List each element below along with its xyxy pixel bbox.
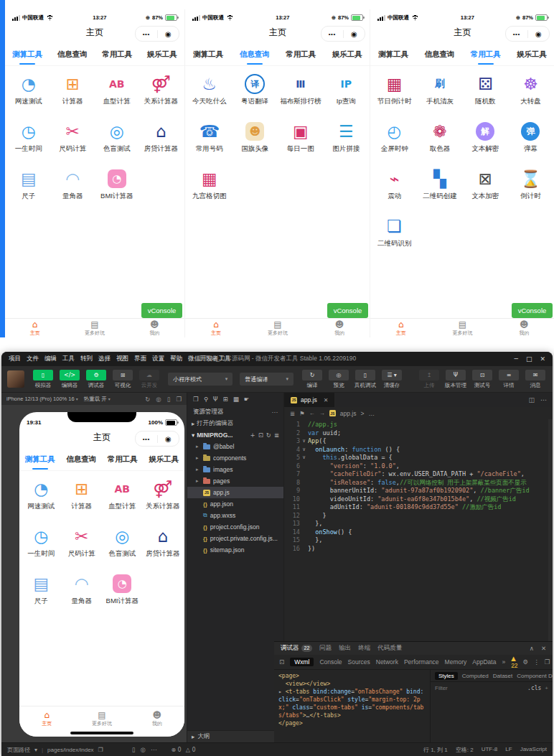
tool-item[interactable]: ❁取色器 — [417, 117, 462, 164]
menu-帮助[interactable]: 帮助 — [170, 355, 182, 363]
warning-count[interactable]: ▲ 22 — [511, 655, 517, 669]
tabbar-profile[interactable]: ☻我的 — [125, 319, 184, 337]
status-item-4[interactable]: JavaScript — [520, 746, 547, 754]
action-真机调试[interactable]: ▯真机调试 — [354, 370, 377, 389]
tool-item[interactable]: ◠量角器 — [51, 164, 95, 212]
menu-视图[interactable]: 视图 — [116, 355, 128, 363]
outline-icon[interactable]: ≣ — [290, 410, 295, 417]
add-icon[interactable]: + — [545, 685, 548, 691]
tool-item[interactable]: ▤尺子 — [21, 569, 62, 617]
tab-2[interactable]: 信息查询 — [61, 448, 103, 470]
tabbar-more-fun[interactable]: ▤更多好玩 — [432, 319, 494, 337]
capsule-menu[interactable]: •••◉ — [321, 26, 365, 42]
tree-item[interactable]: JSapp.js — [187, 487, 283, 498]
status-item-2[interactable]: UTF-8 — [482, 746, 498, 754]
statusbar-icon-0[interactable]: ▯ — [132, 746, 136, 753]
toggle-调试器[interactable]: ⚙调试器 — [85, 370, 108, 389]
statusbar-icon-2[interactable]: ⋯ — [151, 746, 157, 753]
mode-select[interactable]: 小程序模式 ▾ — [168, 373, 233, 386]
project-section[interactable]: ▾ MINIPROG... +⊡↻≣ — [187, 429, 283, 441]
extensions-icon[interactable]: ⊞ — [223, 396, 228, 403]
tab-3[interactable]: 常用工具 — [102, 448, 144, 470]
capsule-target-icon[interactable]: ◉ — [158, 435, 179, 443]
menu-选择[interactable]: 选择 — [98, 355, 111, 363]
tool-item[interactable]: ▦九宫格切图 — [187, 164, 233, 212]
tab-4[interactable]: 娱乐工具 — [509, 43, 554, 65]
toggle-模拟器[interactable]: ▯模拟器 — [32, 370, 55, 389]
tabbar-profile[interactable]: ☻我的 — [129, 706, 184, 731]
debug-tab-代码质量[interactable]: 代码质量 — [377, 644, 402, 653]
tab-3[interactable]: 常用工具 — [463, 43, 509, 65]
tool-item[interactable]: ◷一生时间 — [21, 522, 62, 569]
tool-item[interactable]: ⌂房贷计算器 — [143, 522, 184, 569]
action-预览[interactable]: ◎预览 — [327, 370, 350, 389]
tab-1[interactable]: 测算工具 — [370, 43, 416, 65]
tree-item[interactable]: {}project.config.json — [187, 521, 283, 533]
tabbar-more-fun[interactable]: ▤更多好玩 — [75, 706, 130, 731]
tool-item[interactable]: ♨今天吃什么 — [187, 70, 233, 117]
debug-tab-调试器[interactable]: 调试器22 — [281, 644, 312, 653]
tool-item[interactable]: ⌛倒计时 — [508, 164, 553, 212]
multi-window-icon[interactable]: ❐ — [176, 396, 182, 403]
capsule-target-icon[interactable]: ◉ — [528, 30, 550, 38]
tool-item[interactable]: ⚤关系计算器 — [139, 70, 184, 117]
device-icon[interactable]: ▯ — [167, 396, 171, 403]
tool-item[interactable]: 解文本解密 — [463, 117, 508, 164]
devtools-tab-AppData[interactable]: AppData — [472, 658, 496, 666]
capsule-menu[interactable]: •••◉ — [505, 26, 550, 42]
project-icon-0[interactable]: + — [250, 431, 255, 439]
status-item-0[interactable]: 行 1, 列 1 — [423, 746, 448, 754]
action-详情[interactable]: ≡详情 — [497, 370, 520, 389]
problems-summary[interactable]: ⊗ 0△ 0 — [171, 747, 195, 753]
menu-界面[interactable]: 界面 — [134, 355, 146, 363]
compile-select[interactable]: 普通编译 ▾ — [240, 373, 294, 386]
tabbar-home[interactable]: ⌂主页 — [185, 319, 247, 337]
tabbar-home[interactable]: ⌂主页 — [5, 319, 65, 337]
collapse-icon[interactable]: ∧ — [530, 645, 534, 652]
tab-1[interactable]: 测算工具 — [19, 448, 61, 470]
copy-icon[interactable]: ❐ — [98, 747, 103, 753]
menu-设置[interactable]: 设置 — [152, 355, 164, 363]
more-icon[interactable]: ⋯ — [272, 409, 278, 416]
simulator-screen[interactable]: 19:31100%主页•••◉测算工具信息查询常用工具娱乐工具◔网速测试⊞计算器… — [19, 412, 184, 737]
tree-item[interactable]: ▸pages — [187, 475, 283, 487]
page-path-label[interactable]: 页面路径 — [7, 746, 30, 754]
tool-item[interactable]: ✂尺码计算 — [62, 522, 103, 569]
styles-tab-Computed[interactable]: Computed — [462, 673, 489, 679]
menu-文件[interactable]: 文件 — [27, 355, 39, 363]
wxml-tree[interactable]: <page> <view></view>▸ <t-tabs bind:chang… — [274, 670, 430, 742]
menu-dots-icon[interactable]: ••• — [321, 31, 343, 37]
tree-item[interactable]: ▸components — [187, 452, 283, 464]
tool-item[interactable]: ▦节日倒计时 — [372, 70, 417, 117]
devtools-tab-Wxml[interactable]: Wxml — [290, 658, 314, 666]
tab-4[interactable]: 娱乐工具 — [140, 43, 185, 65]
git-branch-icon[interactable]: Ψ — [213, 396, 218, 403]
tab-2[interactable]: 信息查询 — [232, 43, 278, 65]
vconsole-button[interactable]: vConsole — [512, 303, 553, 318]
vconsole-button[interactable]: vConsole — [141, 303, 182, 318]
tool-item[interactable]: ⌁震动 — [372, 164, 417, 212]
styles-tab-Dataset[interactable]: Dataset — [493, 673, 513, 679]
debug-tab-问题[interactable]: 问题 — [319, 644, 332, 653]
breadcrumb-file[interactable]: app.js — [340, 410, 357, 417]
record-icon[interactable]: ◎ — [156, 396, 161, 403]
tree-item[interactable]: ⧉app.wxss — [187, 510, 283, 521]
tree-item[interactable]: {}project.private.config.js... — [187, 533, 283, 544]
tabbar-more-fun[interactable]: ▤更多好玩 — [65, 319, 124, 337]
inspect-element-icon[interactable]: ⊡ — [279, 658, 284, 666]
files-icon[interactable]: ❐ — [193, 396, 199, 403]
tool-item[interactable]: 弹弹幕 — [508, 117, 553, 164]
tool-item[interactable]: ▣每日一图 — [278, 117, 324, 164]
toggle-云开发[interactable]: ☁云开发 — [138, 370, 161, 389]
cls-toggle[interactable]: .cls — [527, 685, 541, 691]
search-icon[interactable]: ⚲ — [204, 396, 208, 403]
project-icon-3[interactable]: ≣ — [274, 431, 279, 439]
tab-2[interactable]: 信息查询 — [50, 43, 95, 65]
tool-item[interactable]: ⊠文本加密 — [463, 164, 508, 212]
hand-icon[interactable]: ☛ — [244, 396, 250, 403]
avatar[interactable] — [7, 370, 24, 388]
close-button[interactable]: ✕ — [540, 355, 545, 363]
styles-tab-Component Data[interactable]: Component Data — [517, 673, 553, 679]
tool-item[interactable]: ◔BMI计算器 — [102, 569, 143, 617]
status-item-1[interactable]: 空格: 2 — [456, 746, 474, 754]
